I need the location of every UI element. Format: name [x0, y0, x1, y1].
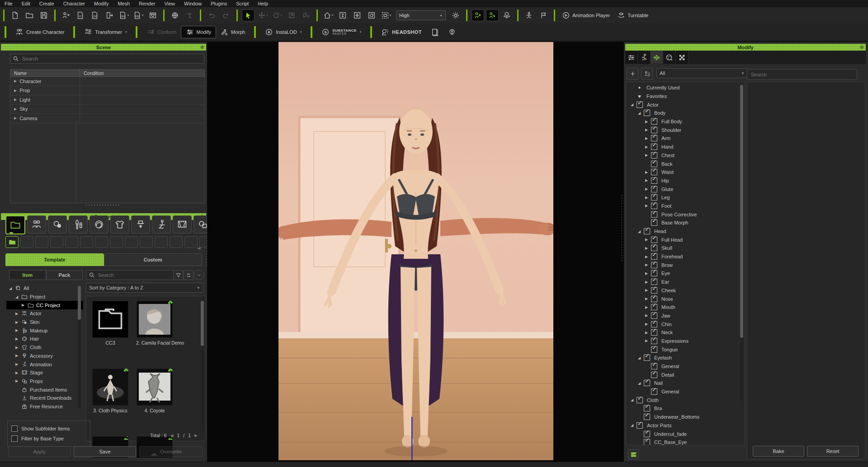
- morph-tree-item-undercut-fade[interactable]: Undercut_fade: [626, 430, 745, 438]
- content-category-chairperson[interactable]: [152, 215, 171, 234]
- morph-tree-item-back[interactable]: Back: [626, 159, 745, 168]
- morph-tree-item-expressions[interactable]: ▶Expressions: [626, 337, 745, 346]
- expand-icon[interactable]: ▶: [644, 128, 649, 132]
- filter-button[interactable]: [173, 270, 183, 280]
- folder-tree-item-skin[interactable]: ▶Skin: [6, 318, 83, 327]
- select-tool-icon[interactable]: [242, 10, 254, 21]
- checked-checkbox[interactable]: [651, 372, 657, 378]
- expand-icon[interactable]: ▶: [644, 297, 649, 301]
- substance-painter-button[interactable]: SSUBSTANCEPAINTER▾: [317, 26, 366, 38]
- content-category-curtain[interactable]: [173, 215, 192, 234]
- morph-tree-item-brow[interactable]: ▶Brow: [626, 261, 745, 269]
- scene-panel-header[interactable]: Scene ⊗: [1, 44, 206, 51]
- expand-icon[interactable]: ▶: [644, 204, 649, 208]
- edit-gizmo-icon[interactable]: [486, 10, 498, 21]
- subtab-item[interactable]: Item: [9, 270, 46, 280]
- folder-tree-item-makeup[interactable]: ▶Makeup: [6, 326, 83, 335]
- subtab-pack[interactable]: Pack: [46, 270, 83, 280]
- expand-icon[interactable]: ◢: [630, 423, 634, 427]
- content-library-button[interactable]: [426, 26, 443, 38]
- expand-icon[interactable]: ▶: [644, 178, 649, 182]
- checked-checkbox[interactable]: [651, 194, 657, 201]
- morph-tree-scrollbar-thumb[interactable]: [740, 85, 743, 338]
- checked-checkbox[interactable]: [651, 118, 657, 125]
- checked-checkbox[interactable]: [651, 313, 657, 319]
- checked-checkbox[interactable]: [651, 346, 657, 353]
- folder-tree-item-actor[interactable]: ▶Actor: [6, 309, 83, 318]
- content-slot-2[interactable]: [20, 236, 33, 248]
- modify-tab-runner[interactable]: [638, 51, 651, 64]
- menu-file[interactable]: File: [0, 1, 17, 6]
- expand-icon[interactable]: ▶: [644, 331, 649, 335]
- scene-search-input[interactable]: [21, 56, 201, 62]
- apply-button[interactable]: Apply: [8, 446, 71, 457]
- expand-icon[interactable]: ▶: [14, 362, 19, 366]
- checked-checkbox[interactable]: [644, 431, 650, 437]
- expand-icon[interactable]: ▶: [14, 379, 19, 383]
- home-view-icon[interactable]: ▾: [322, 10, 334, 21]
- checked-checkbox[interactable]: [644, 110, 650, 116]
- expand-icon[interactable]: ▶: [14, 98, 17, 102]
- folder-tree-item-accessory[interactable]: ▶Accessory: [6, 352, 83, 360]
- content-slot-1[interactable]: [5, 236, 19, 248]
- morph-tree-item-shoulder[interactable]: ▶Shoulder: [626, 126, 745, 134]
- content-search-input[interactable]: [97, 272, 170, 278]
- morph-tree-item-arm[interactable]: ▶Arm: [626, 134, 745, 143]
- morph-tree-item-ear[interactable]: ▶Ear: [626, 278, 745, 286]
- animation-player-button[interactable]: Animation Player: [562, 11, 610, 19]
- content-slot-12[interactable]: [170, 236, 183, 248]
- expand-icon[interactable]: ◢: [637, 356, 642, 360]
- scene-row-sky[interactable]: ▶Sky: [10, 105, 205, 114]
- menu-window[interactable]: Window: [179, 1, 206, 6]
- send-pose-icon[interactable]: [184, 10, 195, 21]
- morph-tree-item-body[interactable]: ◢Body: [626, 109, 745, 117]
- morph-tree-item-actor-parts[interactable]: ◢Actor Parts: [626, 421, 745, 430]
- quality-dropdown[interactable]: High▼: [396, 10, 446, 20]
- filter-base-type-row[interactable]: Filter by Base Type: [11, 435, 86, 442]
- morph-search-box[interactable]: [747, 69, 857, 80]
- left-splitter[interactable]: [206, 212, 208, 266]
- morph-tree-item-eyelash[interactable]: ◢Eyelash: [626, 354, 745, 362]
- modify-tab-morphtab[interactable]: [651, 51, 663, 64]
- morph-tree-item-nail[interactable]: ◢Nail: [626, 379, 745, 388]
- save-project-icon[interactable]: [38, 10, 50, 21]
- morph-tree-item-full-body[interactable]: ▶Full Body: [626, 117, 745, 126]
- checked-checkbox[interactable]: [644, 439, 650, 445]
- checked-checkbox[interactable]: [637, 422, 643, 429]
- content-search-box[interactable]: [86, 270, 174, 280]
- morph-tree-item-glute[interactable]: ▶Glute: [626, 185, 745, 193]
- expand-icon[interactable]: ▶: [14, 89, 17, 93]
- folder-tree-item-all[interactable]: ◢All: [6, 284, 83, 293]
- scene-col-name[interactable]: Name: [10, 70, 80, 76]
- filter-base-type-checkbox[interactable]: [11, 435, 18, 442]
- expand-icon[interactable]: ▶: [14, 107, 17, 111]
- morph-tree-item-pose-corrective[interactable]: Pose Corrective: [626, 210, 745, 219]
- folder-tree-item-props[interactable]: ▶Props: [6, 377, 83, 386]
- content-slot-7[interactable]: [95, 236, 108, 248]
- redo-icon[interactable]: [220, 10, 232, 21]
- preset-list-button[interactable]: [628, 449, 639, 459]
- morph-tree-item-nose[interactable]: ▶Nose: [626, 294, 745, 303]
- head-mesh-button[interactable]: [443, 26, 461, 38]
- expand-icon[interactable]: ◢: [637, 381, 642, 385]
- open-project-icon[interactable]: [24, 10, 35, 21]
- export-obj-icon[interactable]: OBJ▾: [118, 10, 130, 21]
- expand-icon[interactable]: ▶: [644, 271, 649, 276]
- checked-checkbox[interactable]: [651, 253, 657, 260]
- viewport-3d[interactable]: [207, 42, 624, 462]
- morph-tree-item-waist[interactable]: ▶Waist: [626, 168, 745, 177]
- right-splitter[interactable]: [621, 194, 623, 262]
- scene-panel-menu-icon[interactable]: ⊗: [200, 44, 204, 50]
- show-subfolder-row[interactable]: Show Subfolder Items: [11, 425, 86, 432]
- menu-help[interactable]: Help: [253, 1, 273, 6]
- menu-modify[interactable]: Modify: [90, 1, 113, 6]
- morph-tree-item-hip[interactable]: ▶Hip: [626, 177, 745, 185]
- conform-button[interactable]: Conform: [142, 26, 181, 38]
- scale-tool-icon[interactable]: [286, 10, 297, 21]
- checked-checkbox[interactable]: [651, 296, 657, 302]
- morph-tree-item-detail[interactable]: Detail: [626, 370, 745, 379]
- checked-checkbox[interactable]: [644, 380, 650, 386]
- content-slot-8[interactable]: [110, 236, 123, 248]
- checked-checkbox[interactable]: [644, 405, 650, 411]
- morph-search-input[interactable]: [750, 71, 854, 78]
